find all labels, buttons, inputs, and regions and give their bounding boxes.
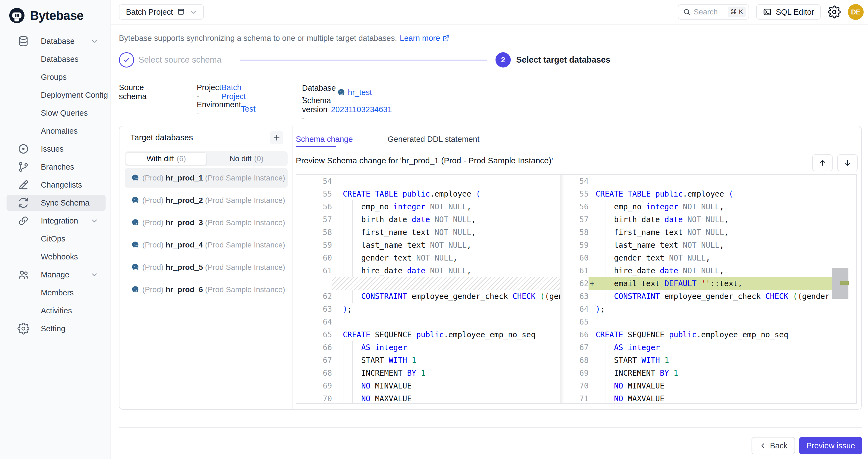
db-row-hr_prod_1[interactable]: (Prod)hr_prod_1(Prod Sample Instance) — [125, 168, 288, 188]
code-text: ); — [332, 303, 352, 316]
code-text — [332, 175, 343, 188]
sidebar-item-sync-schema[interactable]: Sync Schema — [0, 194, 111, 212]
line-number: 69 — [560, 367, 589, 379]
line-number: 58 — [296, 226, 332, 239]
diff-line-70: 70 NO MAXVALUE — [296, 392, 560, 403]
chevron-left-icon — [759, 442, 767, 450]
diff-line-64: 64 — [296, 316, 560, 328]
line-number: 68 — [560, 354, 589, 367]
diff-line-56: 56 emp_no integer NOT NULL, — [296, 200, 560, 213]
diff-filler-row — [296, 277, 560, 290]
database-link[interactable]: hr_test — [348, 88, 372, 97]
diff-line-71: 71 NO MAXVALUE — [560, 392, 856, 403]
line-number: 57 — [560, 213, 589, 226]
sidebar-item-groups[interactable]: Groups — [0, 68, 111, 86]
tab-generated-ddl[interactable]: Generated DDL statement — [388, 132, 479, 146]
tab-with-diff[interactable]: With diff(6) — [126, 152, 207, 165]
diff-line-59: 59 last_name text NOT NULL, — [560, 239, 856, 252]
preview-issue-button[interactable]: Preview issue — [799, 437, 862, 454]
sidebar-item-manage[interactable]: Manage — [0, 266, 111, 284]
code-text: email text DEFAULT ''::text, — [596, 277, 742, 290]
code-text: gender text NOT NULL, — [596, 252, 710, 264]
tab-no-diff[interactable]: No diff(0) — [207, 152, 286, 165]
sidebar-item-gitops[interactable]: GitOps — [0, 230, 111, 248]
sidebar-item-anomalies[interactable]: Anomalies — [0, 122, 111, 140]
prev-diff-button[interactable] — [812, 154, 833, 171]
sidebar-item-changelists[interactable]: Changelists — [0, 176, 111, 194]
sidebar-item-integration[interactable]: Integration — [0, 212, 111, 230]
insert-plus-sign — [589, 213, 596, 226]
db-environment-badge: (Prod) — [142, 196, 163, 205]
postgres-icon — [131, 218, 140, 227]
project-selector[interactable]: Batch Project — [119, 4, 204, 20]
diff-editor[interactable]: 5455CREATE TABLE public.employee (56 emp… — [296, 174, 857, 404]
search-input[interactable]: Search ⌘ K — [678, 4, 749, 20]
bytebase-logo[interactable]: Bytebase — [0, 0, 111, 25]
diff-line-63: 63 CONSTRAINT employee_gender_check CHEC… — [560, 290, 856, 303]
line-number: 67 — [296, 354, 332, 367]
tab-schema-change[interactable]: Schema change — [296, 132, 353, 146]
diff-line-68: 68 START WITH 1 — [560, 354, 856, 367]
sync-icon — [18, 197, 29, 209]
insert-plus-sign — [589, 175, 596, 188]
insert-plus-sign — [589, 226, 596, 239]
sidebar-item-label: Database — [41, 37, 74, 46]
intro-text: Bytebase supports synchronizing a schema… — [119, 34, 450, 43]
sidebar-item-label: Deployment Config — [41, 91, 108, 99]
learn-more-link[interactable]: Learn more — [400, 34, 450, 43]
next-diff-button[interactable] — [837, 154, 858, 171]
schema-version-link[interactable]: 20231103234631 — [331, 105, 392, 114]
avatar[interactable]: DE — [848, 4, 864, 20]
db-row-hr_prod_2[interactable]: (Prod)hr_prod_2(Prod Sample Instance) — [125, 191, 288, 210]
sidebar-item-database[interactable]: Database — [0, 32, 111, 50]
diff-line-62: 62+ email text DEFAULT ''::text, — [560, 277, 856, 290]
line-number: 60 — [296, 252, 332, 264]
db-row-hr_prod_6[interactable]: (Prod)hr_prod_6(Prod Sample Instance) — [125, 280, 288, 299]
insert-plus-sign: + — [589, 277, 596, 290]
insert-plus-sign — [589, 239, 596, 252]
db-instance-label: (Prod Sample Instance) — [205, 174, 285, 182]
sidebar-item-webhooks[interactable]: Webhooks — [0, 248, 111, 266]
chevron-down-icon — [189, 8, 198, 16]
db-environment-badge: (Prod) — [142, 241, 163, 249]
add-target-database-button[interactable] — [270, 131, 283, 144]
search-icon — [683, 8, 691, 16]
project-link[interactable]: Batch Project — [221, 83, 246, 101]
sidebar-item-branches[interactable]: Branches — [0, 158, 111, 176]
diff-line-65: 65 — [560, 316, 856, 328]
step1-label[interactable]: Select source schema — [138, 52, 221, 67]
db-row-hr_prod_5[interactable]: (Prod)hr_prod_5(Prod Sample Instance) — [125, 258, 288, 277]
environment-link[interactable]: Test — [241, 105, 255, 114]
sidebar-item-members[interactable]: Members — [0, 284, 111, 302]
postgres-icon — [131, 241, 140, 249]
code-text: AS integer — [332, 341, 407, 354]
project-label: Project - — [197, 83, 221, 101]
line-number: 65 — [560, 316, 589, 328]
code-text: CONSTRAINT employee_gender_check CHECK (… — [596, 290, 830, 303]
postgres-icon — [337, 88, 346, 97]
diff-line-55: 55CREATE TABLE public.employee ( — [296, 188, 560, 200]
back-button[interactable]: Back — [751, 437, 795, 454]
sidebar-item-setting[interactable]: Setting — [0, 320, 111, 338]
chevron-down-icon — [90, 37, 98, 45]
changelist-icon — [18, 179, 29, 191]
db-row-hr_prod_3[interactable]: (Prod)hr_prod_3(Prod Sample Instance) — [125, 213, 288, 232]
db-environment-badge: (Prod) — [142, 218, 163, 227]
sidebar-item-activities[interactable]: Activities — [0, 302, 111, 320]
insert-plus-sign — [589, 290, 596, 303]
sidebar-item-slow-queries[interactable]: Slow Queries — [0, 104, 111, 122]
gear-icon[interactable] — [828, 5, 841, 19]
line-number: 66 — [560, 328, 589, 341]
diff-line-56: 56 emp_no integer NOT NULL, — [560, 200, 856, 213]
schema-view-tabs: Schema change Generated DDL statement — [296, 132, 479, 146]
insert-plus-sign — [589, 252, 596, 264]
sidebar-item-databases[interactable]: Databases — [0, 50, 111, 68]
sidebar-item-issues[interactable]: Issues — [0, 140, 111, 158]
line-number: 57 — [296, 213, 332, 226]
diff-line-57: 57 birth_date date NOT NULL, — [296, 213, 560, 226]
db-row-hr_prod_4[interactable]: (Prod)hr_prod_4(Prod Sample Instance) — [125, 235, 288, 255]
search-placeholder: Search — [693, 8, 725, 16]
sidebar-item-deployment-config[interactable]: Deployment Config — [0, 86, 111, 104]
db-instance-label: (Prod Sample Instance) — [205, 263, 285, 272]
sql-editor-button[interactable]: SQL Editor — [756, 4, 820, 20]
